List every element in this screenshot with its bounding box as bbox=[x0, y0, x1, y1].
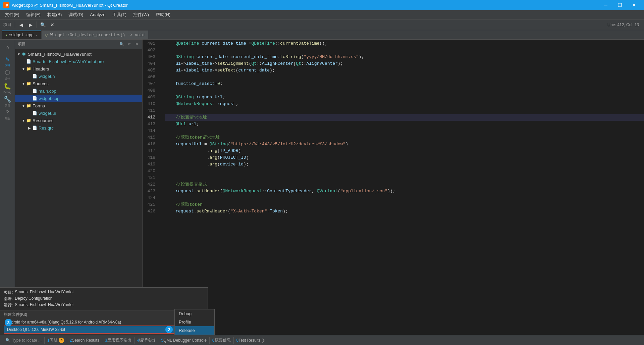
ln-405: 405 bbox=[143, 67, 158, 74]
tab-fn-icon: ⬡ bbox=[45, 33, 48, 37]
menu-tools[interactable]: 工具(T) bbox=[109, 10, 130, 19]
build-option-release[interactable]: Release bbox=[175, 326, 214, 335]
sidebar-icon-help[interactable]: ? 帮助 bbox=[1, 108, 14, 121]
badge-circle-2: 2 bbox=[165, 326, 173, 333]
tree-forms[interactable]: ▼ 📁 Forms bbox=[15, 102, 142, 109]
popup-run-value: Smarts_Fishbowl_HuaWeiYunIot bbox=[15, 302, 73, 308]
code-415: //获取token请求地址 bbox=[165, 134, 644, 141]
ln-414: 414 bbox=[143, 128, 158, 134]
tree-root[interactable]: ▼ ⬢ Smarts_Fishbowl_HuaWeiYunIot bbox=[15, 50, 142, 58]
code-408 bbox=[165, 87, 644, 94]
status-label-3: 应用程序输出 bbox=[107, 337, 131, 343]
ln-424: 424 bbox=[143, 195, 158, 201]
menu-analyze[interactable]: Analyze bbox=[87, 11, 109, 18]
status-search-section[interactable]: 🔍 Type to locate ... bbox=[3, 335, 44, 345]
icon-widget-h: 📄 bbox=[32, 74, 37, 79]
sidebar-icon-project[interactable]: 🔧 项目 bbox=[1, 95, 14, 108]
status-item-test[interactable]: 8 Test Results ❯ bbox=[234, 335, 268, 345]
code-view[interactable]: QDateTime current_date_time =QDateTime::… bbox=[161, 40, 644, 335]
build-option-profile[interactable]: Profile bbox=[175, 318, 214, 326]
code-414 bbox=[165, 128, 644, 134]
toolbar-close-panel[interactable]: ✕ bbox=[48, 20, 57, 29]
menu-build[interactable]: 构建(B) bbox=[44, 10, 65, 19]
kit-android[interactable]: Android for arm64-v8a (Clang Qt 5.12.6 f… bbox=[4, 319, 124, 326]
sidebar-icon-debug[interactable]: 🐛 Debug bbox=[1, 82, 14, 94]
arrow-sources: ▼ bbox=[21, 82, 26, 86]
popup-deploy-label: 部署: bbox=[4, 296, 13, 302]
status-num-2: 2 bbox=[70, 338, 72, 343]
name-main: main.cpp bbox=[39, 89, 56, 94]
toolbar-filter[interactable]: 🔍 bbox=[39, 20, 47, 29]
build-config-panel: Debug Profile Release 2 bbox=[174, 309, 215, 335]
popup-project-value: Smarts_Fishbowl_HuaWeiYunIot bbox=[15, 290, 73, 295]
project-filter-btn[interactable]: 🔍 bbox=[119, 41, 125, 47]
icon-headers: 📁 bbox=[26, 66, 31, 71]
line-col-info: Line: 412, Col: 13 bbox=[604, 22, 642, 27]
tree-headers[interactable]: ▼ 📁 Headers bbox=[15, 65, 142, 72]
ln-419: 419 bbox=[143, 161, 158, 168]
arrow-forms: ▼ bbox=[21, 104, 26, 108]
build-option-debug[interactable]: Debug bbox=[175, 309, 214, 318]
window-controls: ─ ❐ ✕ bbox=[599, 0, 641, 10]
ln-415: 415 bbox=[143, 134, 158, 141]
ln-421: 421 bbox=[143, 175, 158, 181]
tree-widget-h[interactable]: 📄 widget.h bbox=[15, 72, 142, 80]
menu-help[interactable]: 帮助(H) bbox=[152, 10, 174, 19]
tab-function[interactable]: ⬡ Widget::Get_device_properties() -> voi… bbox=[42, 31, 148, 39]
status-label-8: Test Results bbox=[238, 338, 260, 343]
maximize-button[interactable]: ❐ bbox=[613, 0, 627, 10]
status-item-general[interactable]: 6 概要信息 bbox=[210, 335, 233, 345]
ln-417: 417 bbox=[143, 148, 158, 154]
toolbar-back[interactable]: ◀ bbox=[17, 20, 25, 29]
help-label: 帮助 bbox=[5, 117, 10, 120]
tree-pro[interactable]: 📄 Smarts_Fishbowl_HuaWeiYunIot.pro bbox=[15, 58, 142, 65]
status-label-2: Search Results bbox=[72, 338, 99, 343]
ln-423: 423 bbox=[143, 188, 158, 195]
search-placeholder: Type to locate ... bbox=[12, 338, 42, 343]
menu-edit[interactable]: 编辑(E) bbox=[23, 10, 44, 19]
tabbar: ● widget.cpp ✕ ⬡ Widget::Get_device_prop… bbox=[0, 30, 644, 40]
popup-project-info: 项目: Smarts_Fishbowl_HuaWeiYunIot 部署: Dep… bbox=[0, 288, 208, 310]
tree-widget-ui[interactable]: 📄 widget.ui bbox=[15, 109, 142, 117]
menu-controls[interactable]: 控件(W) bbox=[130, 10, 152, 19]
tab-label-function: Widget::Get_device_properties() -> void bbox=[50, 33, 145, 38]
code-container: 401 402 403 404 405 406 407 408 409 410 … bbox=[143, 40, 644, 335]
tab-close-widget-cpp[interactable]: ✕ bbox=[36, 33, 38, 37]
sidebar-icon-design[interactable]: ⬡ 设计 bbox=[1, 68, 14, 81]
tree-resources[interactable]: ▼ 📁 Resources bbox=[15, 117, 142, 124]
popup-project-row: 项目: Smarts_Fishbowl_HuaWeiYunIot bbox=[4, 290, 204, 295]
menu-file[interactable]: 文件(F) bbox=[2, 10, 23, 19]
titlebar: Qt widget.cpp @ Smarts_Fishbowl_HuaWeiYu… bbox=[0, 0, 644, 10]
close-button[interactable]: ✕ bbox=[627, 0, 641, 10]
tree-main-cpp[interactable]: 📄 main.cpp bbox=[15, 87, 142, 95]
status-item-app-output[interactable]: 3 应用程序输出 bbox=[102, 335, 134, 345]
minimize-button[interactable]: ─ bbox=[599, 0, 612, 10]
sidebar-icon-edit[interactable]: ✎ 编辑 bbox=[1, 55, 14, 67]
code-421 bbox=[165, 175, 644, 181]
sidebar-icon-welcome[interactable]: ⌂ bbox=[1, 41, 14, 54]
design-label: 设计 bbox=[5, 77, 10, 81]
tree-res-qrc[interactable]: ▶ 📄 Res.qrc bbox=[15, 124, 142, 132]
ln-416: 416 bbox=[143, 141, 158, 148]
code-405: ui->label_time->setText(current_date); bbox=[165, 67, 644, 74]
tab-dot: ● bbox=[5, 34, 7, 37]
name-headers: Headers bbox=[33, 66, 49, 71]
status-item-qml[interactable]: 5 QML Debugger Console bbox=[158, 335, 209, 345]
menu-debug[interactable]: 调试(D) bbox=[65, 10, 87, 19]
status-item-search[interactable]: 2 Search Results bbox=[67, 335, 102, 345]
design-icon: ⬡ bbox=[5, 69, 10, 76]
status-item-problems[interactable]: 1 问题 ② bbox=[45, 335, 67, 345]
project-sync-btn[interactable]: ⟳ bbox=[126, 41, 132, 47]
debug-icon: 🐛 bbox=[4, 83, 11, 90]
status-item-compile[interactable]: 4 编译输出 bbox=[135, 335, 158, 345]
status-num-4: 4 bbox=[137, 338, 140, 343]
toolbar-forward[interactable]: ▶ bbox=[26, 20, 35, 29]
code-426: request.setRawHeader("X-Auth-Token",Toke… bbox=[165, 208, 644, 215]
tree-widget-cpp[interactable]: 📄 widget.cpp bbox=[15, 95, 142, 102]
code-420 bbox=[165, 168, 644, 175]
project-close-btn[interactable]: ✕ bbox=[133, 41, 140, 47]
tree-sources[interactable]: ▼ 📁 Sources bbox=[15, 80, 142, 87]
icon-widget-cpp: 📄 bbox=[32, 96, 37, 101]
tab-widget-cpp[interactable]: ● widget.cpp ✕ bbox=[2, 31, 41, 39]
ln-418: 418 bbox=[143, 154, 158, 161]
